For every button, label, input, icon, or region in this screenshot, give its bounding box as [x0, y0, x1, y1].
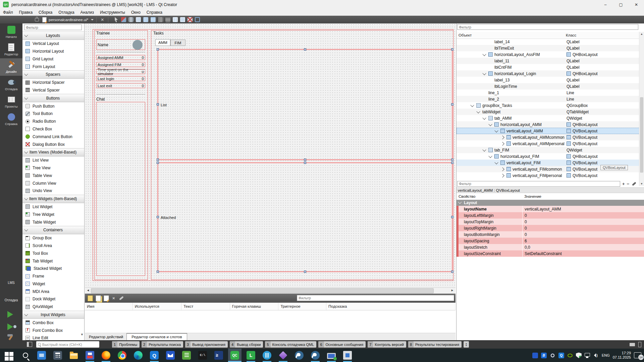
property-value[interactable]: 0: [522, 219, 644, 225]
widget-list-row[interactable]: Font Combo Box: [22, 326, 85, 334]
edit-tab-order-icon[interactable]: [136, 17, 141, 22]
tasks-group-box[interactable]: Tasks AMM FIM List Attached: [151, 30, 453, 280]
form-canvas[interactable]: Trainee Name Assigned AMM 0 Assigned FIM…: [85, 23, 455, 287]
configure-properties-icon[interactable]: [632, 182, 636, 186]
layout-form-icon[interactable]: [173, 17, 178, 22]
postgresql-icon[interactable]: [292, 349, 306, 362]
fork-app-icon[interactable]: [260, 349, 274, 362]
table-column-header[interactable]: Подсказка: [326, 303, 455, 310]
clock[interactable]: 17:29 07.11.2025: [613, 351, 631, 360]
welcome-mode-icon[interactable]: Начало: [0, 23, 22, 41]
form-field-row[interactable]: Assigned AMM 0: [96, 55, 145, 60]
menu-item[interactable]: Отладка: [55, 9, 77, 16]
widget-list-row[interactable]: Horizontal Layout: [22, 48, 85, 55]
widget-list-row[interactable]: Horizontal Spacer: [22, 79, 85, 86]
widget-list-row[interactable]: Grid Layout: [22, 55, 85, 63]
property-filter-input[interactable]: [457, 181, 620, 187]
widget-list-row[interactable]: Table View: [22, 172, 85, 179]
widget-list-row[interactable]: Input Widgets: [22, 311, 85, 319]
sidebar-toggle-icon[interactable]: [27, 342, 32, 347]
widget-list-row[interactable]: Tool Box: [22, 249, 85, 257]
value-column-header[interactable]: Значение: [524, 194, 541, 198]
layout-horizontal-splitter-icon[interactable]: [158, 17, 163, 22]
table-column-header[interactable]: Текст: [181, 303, 230, 310]
edge-icon[interactable]: [131, 349, 145, 362]
widget-list-row[interactable]: Frame: [22, 273, 85, 280]
minimize-button[interactable]: –: [598, 0, 613, 9]
remote-desktop-icon[interactable]: [325, 349, 338, 362]
widget-list-row[interactable]: Scroll Area: [22, 242, 85, 250]
network-icon[interactable]: [585, 353, 590, 357]
mail-app-icon[interactable]: [164, 349, 177, 362]
tree-chevron[interactable]: [471, 104, 476, 107]
property-value[interactable]: SetDefaultConstraint: [522, 250, 644, 257]
tree-chevron[interactable]: [495, 130, 500, 132]
notification-center-icon[interactable]: 14: [634, 352, 641, 358]
selection-handle[interactable]: [451, 103, 453, 106]
selection-handle[interactable]: [157, 270, 159, 273]
attached-layout-selection[interactable]: Attached: [157, 162, 453, 272]
tree-chevron[interactable]: [501, 168, 506, 171]
selection-handle[interactable]: [451, 162, 453, 164]
right-sidebar-toggle-icon[interactable]: [638, 342, 641, 347]
selection-handle[interactable]: [157, 48, 159, 51]
class-column-header[interactable]: Класс: [566, 33, 576, 37]
q-app-icon[interactable]: Q: [148, 349, 161, 362]
object-tree-row[interactable]: lblCntFIM QLabel: [457, 64, 640, 70]
debug-mode-icon[interactable]: Отладка: [0, 76, 22, 93]
maximize-button[interactable]: ▢: [613, 0, 629, 9]
output-pane-button[interactable]: 3 Вывод приложения: [185, 341, 228, 348]
tree-chevron[interactable]: [495, 162, 500, 164]
widget-list-row[interactable]: Tree View: [22, 164, 85, 172]
selection-handle[interactable]: [157, 159, 159, 161]
object-tree-row[interactable]: groupBox_Tasks QGroupBox: [457, 102, 640, 109]
edit-buddies-icon[interactable]: [128, 17, 133, 22]
widget-list-row[interactable]: MDI Area: [22, 288, 85, 295]
object-tree-row[interactable]: verticalLayout_AMM QVBoxLayout: [457, 128, 640, 134]
mail-tray-icon[interactable]: [532, 353, 538, 358]
widget-list-row[interactable]: Push Button: [22, 102, 85, 110]
selection-handle[interactable]: [157, 162, 159, 164]
output-pane-button[interactable]: 4 Вывод сборки: [230, 341, 263, 348]
backup-app-icon[interactable]: [83, 349, 97, 362]
kit-target-label[interactable]: Отладка: [0, 298, 22, 302]
widget-list-row[interactable]: Command Link Button: [22, 133, 85, 140]
selection-handle[interactable]: [451, 216, 453, 218]
selection-handle[interactable]: [451, 48, 453, 51]
widget-list-row[interactable]: Containers: [22, 226, 85, 234]
property-value[interactable]: 0,0: [522, 244, 644, 250]
tree-chevron[interactable]: [489, 123, 494, 126]
steam-icon[interactable]: [550, 353, 555, 358]
layout-property-group[interactable]: Layout: [457, 200, 644, 206]
output-pane-button[interactable]: 8 Результаты тестирования: [408, 341, 462, 348]
task-tab[interactable]: FIM: [170, 40, 185, 46]
widget-list-row[interactable]: Combo Box: [22, 319, 85, 326]
selection-handle[interactable]: [304, 159, 306, 161]
start-button[interactable]: [3, 349, 16, 362]
language-indicator[interactable]: ENG: [602, 353, 610, 357]
canvas-horizontal-scrollbar[interactable]: ◄ ►: [85, 287, 455, 294]
run-debug-button[interactable]: [7, 323, 13, 330]
object-tree-row[interactable]: line_1 Line: [457, 89, 640, 96]
paint-app-icon[interactable]: [35, 349, 48, 362]
copy-action-icon[interactable]: [96, 295, 101, 301]
widget-list-row[interactable]: Vertical Layout: [22, 40, 85, 48]
action-filter-input[interactable]: [297, 295, 454, 301]
document-selector[interactable]: personalcardtrainee.ui*: [49, 18, 88, 22]
tab-action-editor[interactable]: Редактор действий: [89, 335, 123, 339]
table-column-header[interactable]: Имя: [85, 303, 133, 310]
widget-list-row[interactable]: Spacers: [22, 70, 85, 79]
scroll-right-arrow[interactable]: ►: [451, 289, 454, 292]
widget-filter-input[interactable]: [24, 24, 82, 30]
widget-list-row[interactable]: Line Edit: [22, 334, 85, 340]
object-tree-row[interactable]: horizontalLayout_FIM QHBoxLayout: [457, 153, 640, 160]
widget-list-row[interactable]: Group Box: [22, 234, 85, 242]
widget-list-row[interactable]: Dialog Button Box: [22, 140, 85, 148]
widget-list-row[interactable]: Form Layout: [22, 63, 85, 70]
widget-list-row[interactable]: QAxWidget: [22, 303, 85, 311]
table-column-header[interactable]: Горячая клавиш: [230, 303, 279, 310]
tree-chevron[interactable]: [501, 136, 506, 139]
help-mode-icon[interactable]: Справка: [0, 111, 22, 128]
tree-chevron[interactable]: [483, 117, 488, 120]
scrollbar-thumb[interactable]: [640, 97, 643, 173]
